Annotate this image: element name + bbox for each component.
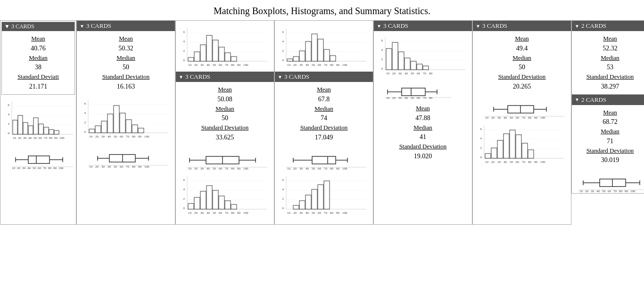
card-col-5: ▼ 3 CARDS Mean 49.4 Median 50 Standard D… — [472, 20, 571, 225]
svg-text:60: 60 — [39, 136, 42, 140]
arrow-icon-2: ▼ — [179, 74, 183, 80]
svg-text:40: 40 — [405, 72, 408, 75]
svg-text:70: 70 — [225, 167, 229, 170]
svg-text:20: 20 — [194, 211, 198, 215]
card-0-stats: Mean 40.76 Median 38 Standard Deviati 21… — [2, 31, 74, 94]
svg-text:0: 0 — [381, 67, 383, 71]
histogram-3-top: 0 2 4 6 10 20 30 40 50 — [275, 23, 373, 72]
svg-text:60: 60 — [219, 63, 223, 67]
svg-rect-58 — [114, 106, 119, 133]
svg-text:50: 50 — [411, 96, 414, 100]
svg-text:20: 20 — [392, 96, 396, 100]
svg-rect-170 — [287, 59, 293, 61]
svg-text:80: 80 — [619, 189, 623, 192]
sd-label-0: Standard Deviati — [4, 72, 73, 81]
sd-label-2: Standard Deviation — [178, 123, 272, 132]
svg-rect-13 — [33, 118, 38, 134]
svg-text:30: 30 — [101, 165, 105, 168]
arrow-icon-6b: ▼ — [575, 97, 579, 102]
card-3-header: ▼ 3 CARDS — [275, 72, 373, 82]
svg-text:60: 60 — [417, 72, 421, 75]
svg-text:40: 40 — [305, 211, 309, 215]
histogram-2-top: 0 2 4 6 10 20 30 40 50 60 — [176, 23, 274, 72]
svg-text:80: 80 — [528, 160, 532, 164]
mean-label-3: Mean — [277, 85, 371, 94]
svg-text:90: 90 — [53, 166, 57, 169]
svg-text:0: 0 — [282, 58, 284, 62]
svg-text:60: 60 — [120, 135, 124, 138]
svg-rect-11 — [23, 122, 28, 134]
svg-text:90: 90 — [625, 189, 628, 192]
arrow-icon-0: ▼ — [4, 23, 10, 30]
svg-rect-296 — [491, 148, 497, 158]
svg-text:40: 40 — [206, 167, 210, 170]
card-2-header: ▼ 3 CARDS — [176, 72, 274, 82]
arrow-icon-4: ▼ — [377, 24, 381, 29]
median-label-6a: Median — [574, 53, 644, 63]
svg-text:40: 40 — [305, 63, 309, 67]
median-val-0: 38 — [4, 62, 73, 72]
svg-text:50: 50 — [510, 116, 513, 119]
svg-text:30: 30 — [200, 63, 204, 67]
svg-text:100: 100 — [59, 136, 65, 140]
svg-text:90: 90 — [54, 136, 58, 140]
svg-text:90: 90 — [336, 211, 340, 215]
sd-val-0: 21.171 — [4, 81, 73, 91]
svg-rect-15 — [44, 127, 49, 134]
svg-text:50: 50 — [312, 167, 315, 170]
svg-text:100: 100 — [144, 135, 149, 138]
svg-text:90: 90 — [237, 211, 241, 215]
svg-text:40: 40 — [206, 211, 210, 215]
svg-rect-239 — [386, 49, 392, 70]
sd-val-4: 19.020 — [376, 151, 470, 161]
svg-text:30: 30 — [398, 72, 402, 75]
mean-label-0: Mean — [4, 34, 73, 43]
svg-text:90: 90 — [138, 165, 142, 168]
mean-label-6a: Mean — [574, 34, 644, 43]
svg-text:50: 50 — [602, 189, 606, 192]
svg-rect-240 — [392, 42, 398, 70]
svg-text:80: 80 — [429, 96, 433, 100]
svg-text:60: 60 — [120, 165, 124, 168]
svg-text:100: 100 — [243, 211, 248, 215]
svg-text:10: 10 — [12, 166, 16, 169]
svg-text:4: 4 — [183, 40, 185, 43]
boxplot-5: 10 20 30 40 50 60 70 80 90 100 — [473, 94, 571, 120]
svg-text:40: 40 — [504, 116, 507, 119]
histogram-2-bottom: 0 2 4 6 10 20 30 40 50 60 — [176, 171, 274, 220]
card-6a-header: ▼ 2 CARDS — [572, 21, 644, 31]
svg-text:6: 6 — [8, 103, 10, 107]
svg-text:40: 40 — [504, 160, 507, 164]
svg-text:80: 80 — [429, 72, 433, 75]
mean-label-6b: Mean — [574, 108, 644, 117]
card-4-header: ▼ 3 CARDS — [374, 21, 472, 31]
median-val-1: 50 — [79, 62, 173, 72]
svg-text:60: 60 — [219, 167, 223, 170]
svg-rect-148 — [219, 196, 224, 209]
svg-text:6: 6 — [381, 39, 383, 42]
svg-rect-241 — [398, 52, 404, 70]
svg-text:4: 4 — [282, 40, 284, 43]
svg-text:6: 6 — [183, 30, 185, 34]
svg-text:50: 50 — [213, 211, 216, 215]
card-col-1: ▼ 3 CARDS Mean 50.32 Median 50 Standard … — [76, 20, 175, 225]
svg-rect-177 — [330, 56, 336, 61]
svg-text:2: 2 — [480, 146, 482, 150]
svg-rect-17 — [54, 130, 59, 134]
svg-text:6: 6 — [84, 102, 86, 106]
svg-rect-55 — [95, 126, 101, 133]
sd-val-6a: 38.297 — [574, 81, 644, 91]
svg-text:60: 60 — [219, 211, 223, 215]
svg-text:0: 0 — [183, 206, 185, 210]
svg-text:60: 60 — [417, 96, 421, 100]
svg-text:40: 40 — [405, 96, 408, 100]
svg-text:30: 30 — [299, 167, 303, 170]
card-6b-header: ▼ 2 CARDS — [572, 95, 644, 105]
svg-text:80: 80 — [132, 165, 136, 168]
svg-rect-214 — [293, 205, 299, 209]
svg-rect-242 — [405, 58, 410, 70]
arrow-icon-1: ▼ — [80, 24, 84, 29]
svg-text:40: 40 — [107, 135, 111, 138]
svg-text:10: 10 — [89, 135, 93, 138]
svg-text:20: 20 — [293, 211, 297, 215]
